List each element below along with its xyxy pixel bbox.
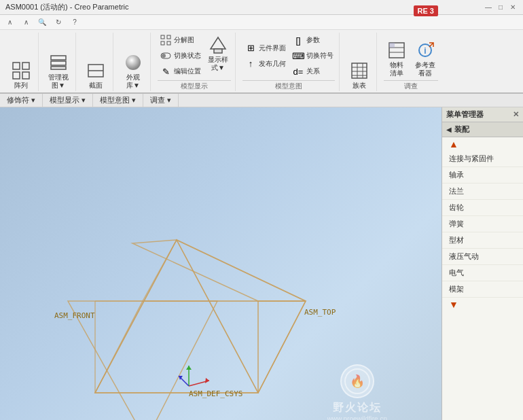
- main-area: ASM_FRONT ASM_TOP ASM_DEF_CSYS 🔥 野火论坛 ww…: [0, 107, 523, 420]
- modifier-section[interactable]: 修饰符 ▾: [0, 94, 43, 107]
- panel-item-hydraulic[interactable]: 液压气动: [442, 249, 523, 265]
- explode-button[interactable]: 分解图: [158, 33, 202, 48]
- switch-symbol-icon: ⌨: [291, 49, 305, 63]
- svg-line-39: [143, 240, 177, 301]
- title-controls: — □ ✕: [484, 3, 518, 12]
- panel-item-mold[interactable]: 模架: [442, 281, 523, 298]
- bom-icon: [386, 39, 408, 61]
- appearance-button[interactable]: 外观库▼: [120, 50, 146, 91]
- ribbon-group-model-intent: ⊞ 元件界面 ↑ 发布几何 [] 参数 ⌨ 切换符号: [238, 33, 340, 91]
- section-icon: [85, 60, 107, 82]
- ribbon-group-model-display: 分解图 切换状态 ✎ 编辑位置: [154, 33, 236, 91]
- svg-text:🔥: 🔥: [350, 374, 365, 389]
- investigate-section[interactable]: 调查 ▾: [143, 94, 179, 107]
- param-label: 参数: [306, 36, 320, 44]
- svg-rect-10: [161, 35, 164, 39]
- panel-item-electric[interactable]: 电气: [442, 265, 523, 281]
- svg-rect-12: [161, 41, 164, 45]
- scroll-down-button[interactable]: ▼: [442, 298, 523, 311]
- manage-view-icon: [48, 52, 69, 73]
- param-button[interactable]: [] 参数: [290, 33, 335, 48]
- panel-item-connector[interactable]: 连接与紧固件: [442, 151, 523, 167]
- ref-viewer-button[interactable]: i 参考查看器: [412, 38, 438, 79]
- publish-geom-icon: ↑: [244, 57, 257, 71]
- component-interface-button[interactable]: ⊞ 元件界面: [242, 41, 287, 56]
- toggle-state-label: 切换状态: [174, 52, 201, 60]
- model-intent-section[interactable]: 模型意图 ▾: [93, 94, 143, 107]
- top-toolbar: ∧ ∧ 🔍 ↻ ? RE 3: [0, 15, 523, 30]
- app-title: ASM0001 (活动的) - Creo Parametric: [5, 2, 129, 12]
- publish-geom-button[interactable]: ↑ 发布几何: [242, 56, 287, 71]
- maximize-button[interactable]: □: [496, 3, 505, 12]
- svg-line-40: [258, 301, 306, 393]
- display-style-button[interactable]: 显示样式▼: [205, 33, 231, 79]
- minimize-button[interactable]: —: [484, 3, 493, 12]
- ribbon-group-array: 阵列: [4, 33, 39, 91]
- component-interface-icon: ⊞: [244, 41, 257, 55]
- svg-point-9: [126, 55, 141, 70]
- switch-symbol-label: 切换符号: [306, 52, 333, 60]
- svg-rect-0: [13, 63, 20, 69]
- component-interface-label: 元件界面: [259, 44, 286, 52]
- manage-view-button[interactable]: 管理视图▼: [46, 50, 71, 91]
- toggle-state-button[interactable]: 切换状态: [158, 48, 202, 63]
- panel-item-profile[interactable]: 型材: [442, 232, 523, 249]
- submenu-label: 装配: [454, 124, 469, 135]
- svg-rect-4: [51, 56, 66, 60]
- relation-label: 关系: [306, 67, 320, 75]
- asm-def-csys-label: ASM_DEF_CSYS: [189, 389, 242, 398]
- sync-icon[interactable]: ↻: [53, 17, 64, 28]
- chevron-up-icon[interactable]: ∧: [4, 17, 15, 28]
- svg-rect-18: [352, 63, 367, 78]
- viewport[interactable]: ASM_FRONT ASM_TOP ASM_DEF_CSYS 🔥 野火论坛 ww…: [0, 107, 441, 420]
- ribbon-group-manage-view: 管理视图▼: [41, 33, 76, 91]
- panel-item-spring[interactable]: 弹簧: [442, 216, 523, 232]
- appearance-label: 外观库▼: [126, 73, 140, 90]
- array-label: 阵列: [14, 82, 28, 90]
- svg-marker-31: [95, 240, 258, 393]
- panel-submenu: ◀ 装配: [442, 122, 523, 137]
- family-table-button[interactable]: 族表: [346, 58, 372, 91]
- section-button[interactable]: 截面: [83, 58, 109, 91]
- edit-position-icon: ✎: [159, 65, 173, 78]
- svg-marker-46: [205, 378, 209, 383]
- section-label: 截面: [89, 82, 103, 90]
- toggle-state-icon: [159, 49, 173, 63]
- family-table-icon: [348, 60, 370, 82]
- help-icon[interactable]: ?: [69, 17, 80, 28]
- section-bar: 修饰符 ▾ 模型显示 ▾ 模型意图 ▾ 调查 ▾: [0, 94, 523, 107]
- model-display-section[interactable]: 模型显示 ▾: [43, 94, 93, 107]
- watermark-url: www.proewildfire.cn: [327, 415, 387, 420]
- watermark-site-name: 野火论坛: [333, 401, 382, 415]
- svg-line-30: [429, 43, 433, 47]
- svg-line-42: [95, 301, 143, 393]
- panel-item-flange[interactable]: 法兰: [442, 183, 523, 200]
- menu-manager-panel: 菜单管理器 ✕ ◀ 装配 ▲ 连接与紧固件 轴承 法兰 齿轮 弹簧 型材 液压气…: [441, 107, 523, 420]
- search-icon[interactable]: 🔍: [37, 17, 48, 28]
- explode-icon: [159, 33, 173, 47]
- family-table-label: 族表: [353, 82, 366, 90]
- svg-marker-36: [95, 301, 306, 393]
- switch-symbol-button[interactable]: ⌨ 切换符号: [290, 48, 335, 63]
- panel-close-button[interactable]: ✕: [513, 110, 519, 119]
- display-style-icon: [207, 34, 229, 56]
- panel-item-gear[interactable]: 齿轮: [442, 200, 523, 216]
- svg-rect-2: [13, 72, 20, 79]
- svg-marker-48: [186, 366, 192, 370]
- svg-text:i: i: [424, 46, 426, 56]
- array-button[interactable]: 阵列: [8, 58, 34, 91]
- bom-button[interactable]: 物料清单: [384, 38, 410, 79]
- edit-position-button[interactable]: ✎ 编辑位置: [158, 64, 202, 79]
- display-style-label: 显示样式▼: [208, 56, 228, 72]
- panel-header: 菜单管理器 ✕: [442, 107, 523, 122]
- close-button[interactable]: ✕: [508, 3, 518, 12]
- svg-rect-27: [389, 43, 395, 48]
- relation-button[interactable]: d= 关系: [290, 64, 335, 79]
- title-bar: ASM0001 (活动的) - Creo Parametric — □ ✕: [0, 0, 523, 15]
- scroll-up-button[interactable]: ▲: [442, 137, 523, 151]
- svg-rect-3: [22, 72, 29, 79]
- svg-rect-6: [51, 67, 66, 69]
- asm-top-label: ASM_TOP: [304, 308, 336, 317]
- panel-item-bearing[interactable]: 轴承: [442, 167, 523, 183]
- chevron-up2-icon[interactable]: ∧: [20, 17, 31, 28]
